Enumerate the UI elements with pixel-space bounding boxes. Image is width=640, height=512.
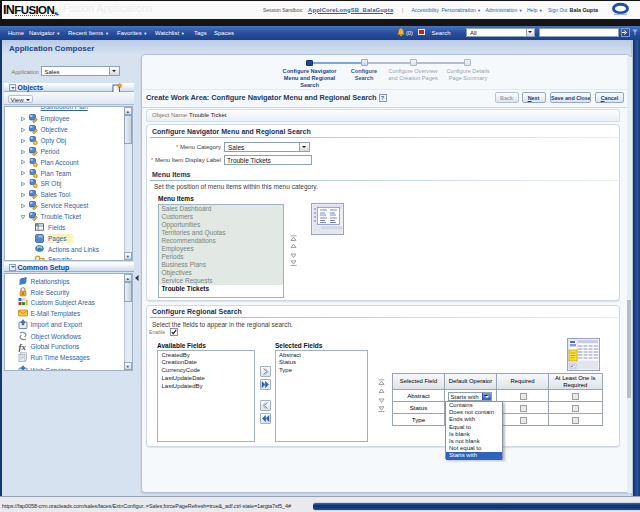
svg-text:fx: fx — [19, 342, 27, 352]
